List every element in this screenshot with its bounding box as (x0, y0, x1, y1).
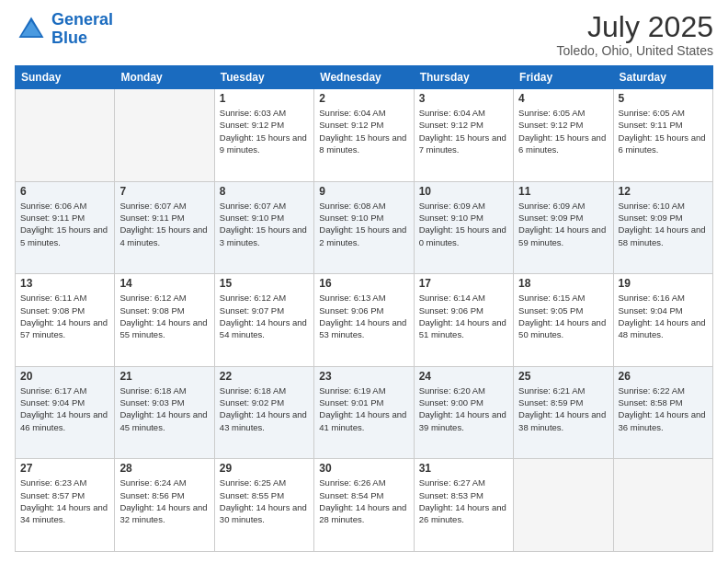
day-number: 10 (419, 185, 508, 198)
day-number: 5 (619, 92, 708, 105)
logo-line2: Blue (51, 29, 87, 47)
day-number: 1 (220, 92, 309, 105)
day-info: Sunrise: 6:04 AM Sunset: 9:12 PM Dayligh… (419, 107, 508, 155)
day-number: 16 (319, 277, 408, 290)
calendar-header-row: SundayMondayTuesdayWednesdayThursdayFrid… (16, 66, 713, 89)
day-info: Sunrise: 6:10 AM Sunset: 9:09 PM Dayligh… (619, 200, 708, 248)
weekday-header: Wednesday (314, 66, 414, 89)
calendar-cell: 4Sunrise: 6:05 AM Sunset: 9:12 PM Daylig… (514, 89, 613, 182)
calendar-cell: 6Sunrise: 6:06 AM Sunset: 9:11 PM Daylig… (16, 181, 115, 274)
calendar-week-row: 27Sunrise: 6:23 AM Sunset: 8:57 PM Dayli… (16, 459, 713, 552)
day-info: Sunrise: 6:05 AM Sunset: 9:12 PM Dayligh… (518, 107, 608, 155)
day-number: 2 (319, 92, 408, 105)
calendar-cell: 21Sunrise: 6:18 AM Sunset: 9:03 PM Dayli… (115, 366, 214, 459)
day-number: 11 (518, 185, 608, 198)
calendar-cell: 31Sunrise: 6:27 AM Sunset: 8:53 PM Dayli… (414, 459, 513, 552)
day-info: Sunrise: 6:20 AM Sunset: 9:00 PM Dayligh… (419, 385, 508, 433)
day-number: 6 (20, 185, 109, 198)
day-number: 29 (220, 462, 309, 475)
calendar-cell: 10Sunrise: 6:09 AM Sunset: 9:10 PM Dayli… (414, 181, 513, 274)
day-info: Sunrise: 6:07 AM Sunset: 9:11 PM Dayligh… (119, 200, 209, 248)
main-title: July 2025 (557, 11, 713, 43)
day-number: 18 (518, 277, 608, 290)
day-info: Sunrise: 6:08 AM Sunset: 9:10 PM Dayligh… (319, 200, 408, 248)
calendar-cell: 18Sunrise: 6:15 AM Sunset: 9:05 PM Dayli… (514, 274, 613, 367)
page: General Blue July 2025 Toledo, Ohio, Uni… (0, 0, 728, 563)
day-number: 24 (419, 370, 508, 383)
calendar-cell: 27Sunrise: 6:23 AM Sunset: 8:57 PM Dayli… (16, 459, 115, 552)
weekday-header: Thursday (414, 66, 513, 89)
calendar-cell: 20Sunrise: 6:17 AM Sunset: 9:04 PM Dayli… (16, 366, 115, 459)
weekday-header: Friday (514, 66, 613, 89)
calendar-cell: 19Sunrise: 6:16 AM Sunset: 9:04 PM Dayli… (613, 274, 712, 367)
calendar-cell: 7Sunrise: 6:07 AM Sunset: 9:11 PM Daylig… (115, 181, 214, 274)
day-number: 4 (518, 92, 608, 105)
calendar-week-row: 1Sunrise: 6:03 AM Sunset: 9:12 PM Daylig… (16, 89, 713, 182)
calendar-cell: 14Sunrise: 6:12 AM Sunset: 9:08 PM Dayli… (115, 274, 214, 367)
header: General Blue July 2025 Toledo, Ohio, Uni… (15, 11, 713, 58)
calendar-cell: 16Sunrise: 6:13 AM Sunset: 9:06 PM Dayli… (314, 274, 414, 367)
day-number: 14 (119, 277, 209, 290)
weekday-header: Monday (115, 66, 214, 89)
day-info: Sunrise: 6:07 AM Sunset: 9:10 PM Dayligh… (220, 200, 309, 248)
day-info: Sunrise: 6:12 AM Sunset: 9:08 PM Dayligh… (119, 292, 209, 340)
day-info: Sunrise: 6:14 AM Sunset: 9:06 PM Dayligh… (419, 292, 508, 340)
calendar-cell: 2Sunrise: 6:04 AM Sunset: 9:12 PM Daylig… (314, 89, 414, 182)
day-info: Sunrise: 6:13 AM Sunset: 9:06 PM Dayligh… (319, 292, 408, 340)
calendar-cell (16, 89, 115, 182)
logo-line1: General (51, 10, 113, 29)
day-info: Sunrise: 6:03 AM Sunset: 9:12 PM Dayligh… (220, 107, 309, 155)
day-info: Sunrise: 6:17 AM Sunset: 9:04 PM Dayligh… (20, 385, 109, 433)
day-info: Sunrise: 6:22 AM Sunset: 8:58 PM Dayligh… (619, 385, 708, 433)
day-info: Sunrise: 6:09 AM Sunset: 9:10 PM Dayligh… (419, 200, 508, 248)
calendar-cell (115, 89, 214, 182)
day-number: 12 (619, 185, 708, 198)
day-number: 28 (119, 462, 209, 475)
title-block: July 2025 Toledo, Ohio, United States (557, 11, 713, 58)
calendar-cell: 12Sunrise: 6:10 AM Sunset: 9:09 PM Dayli… (613, 181, 712, 274)
calendar-table: SundayMondayTuesdayWednesdayThursdayFrid… (15, 65, 713, 552)
day-number: 23 (319, 370, 408, 383)
calendar-cell: 3Sunrise: 6:04 AM Sunset: 9:12 PM Daylig… (414, 89, 513, 182)
day-number: 20 (20, 370, 109, 383)
day-number: 15 (220, 277, 309, 290)
calendar-week-row: 6Sunrise: 6:06 AM Sunset: 9:11 PM Daylig… (16, 181, 713, 274)
day-info: Sunrise: 6:15 AM Sunset: 9:05 PM Dayligh… (518, 292, 608, 340)
day-info: Sunrise: 6:11 AM Sunset: 9:08 PM Dayligh… (20, 292, 109, 340)
day-info: Sunrise: 6:24 AM Sunset: 8:56 PM Dayligh… (119, 477, 209, 525)
day-number: 25 (518, 370, 608, 383)
day-number: 8 (220, 185, 309, 198)
calendar-cell: 5Sunrise: 6:05 AM Sunset: 9:11 PM Daylig… (613, 89, 712, 182)
day-info: Sunrise: 6:12 AM Sunset: 9:07 PM Dayligh… (220, 292, 309, 340)
weekday-header: Tuesday (214, 66, 313, 89)
calendar-cell: 17Sunrise: 6:14 AM Sunset: 9:06 PM Dayli… (414, 274, 513, 367)
day-info: Sunrise: 6:16 AM Sunset: 9:04 PM Dayligh… (619, 292, 708, 340)
calendar-cell: 29Sunrise: 6:25 AM Sunset: 8:55 PM Dayli… (214, 459, 313, 552)
logo-text: General Blue (51, 11, 113, 48)
calendar-cell: 24Sunrise: 6:20 AM Sunset: 9:00 PM Dayli… (414, 366, 513, 459)
day-info: Sunrise: 6:18 AM Sunset: 9:03 PM Dayligh… (119, 385, 209, 433)
calendar-cell: 28Sunrise: 6:24 AM Sunset: 8:56 PM Dayli… (115, 459, 214, 552)
day-info: Sunrise: 6:23 AM Sunset: 8:57 PM Dayligh… (20, 477, 109, 525)
calendar-cell: 11Sunrise: 6:09 AM Sunset: 9:09 PM Dayli… (514, 181, 613, 274)
day-number: 7 (119, 185, 209, 198)
calendar-cell (514, 459, 613, 552)
subtitle: Toledo, Ohio, United States (557, 43, 713, 58)
day-number: 3 (419, 92, 508, 105)
day-number: 26 (619, 370, 708, 383)
day-info: Sunrise: 6:27 AM Sunset: 8:53 PM Dayligh… (419, 477, 508, 525)
calendar-cell: 30Sunrise: 6:26 AM Sunset: 8:54 PM Dayli… (314, 459, 414, 552)
day-number: 9 (319, 185, 408, 198)
day-info: Sunrise: 6:18 AM Sunset: 9:02 PM Dayligh… (220, 385, 309, 433)
weekday-header: Sunday (16, 66, 115, 89)
logo: General Blue (15, 11, 113, 48)
logo-icon (15, 13, 48, 46)
calendar-cell: 23Sunrise: 6:19 AM Sunset: 9:01 PM Dayli… (314, 366, 414, 459)
calendar-cell: 22Sunrise: 6:18 AM Sunset: 9:02 PM Dayli… (214, 366, 313, 459)
calendar-cell (613, 459, 712, 552)
day-number: 31 (419, 462, 508, 475)
calendar-week-row: 13Sunrise: 6:11 AM Sunset: 9:08 PM Dayli… (16, 274, 713, 367)
day-number: 17 (419, 277, 508, 290)
day-info: Sunrise: 6:21 AM Sunset: 8:59 PM Dayligh… (518, 385, 608, 433)
day-number: 21 (119, 370, 209, 383)
